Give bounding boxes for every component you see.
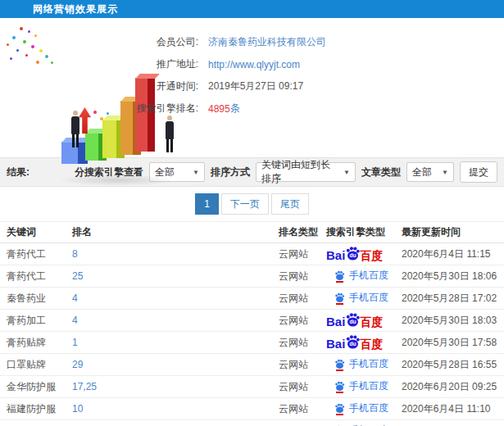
col-updated: 最新更新时间 — [402, 225, 497, 239]
cell-updated: 2020年6月4日 11:15 — [402, 247, 497, 261]
cell-rank[interactable]: 29 — [72, 359, 279, 370]
baidu-paw-icon — [334, 270, 345, 281]
baidu-underline — [336, 369, 343, 371]
info-row-company: 会员公司: 济南秦鲁药业科技有限公司 — [133, 31, 493, 53]
chevron-down-icon: ▼ — [193, 169, 199, 176]
cell-keyword: 福建防护服 — [7, 402, 72, 416]
table-header-row: 关键词 排名 排名类型 搜索引擎类型 最新更新时间 — [0, 222, 504, 243]
table-row: 金华防护服 17,25 云网站 手机百度 2020年6月20日 09:25 — [0, 376, 504, 398]
submit-button[interactable]: 提交 — [460, 161, 497, 183]
promo-url-link[interactable]: http://www.qlyyjt.com — [208, 59, 300, 70]
app-header: 网络营销效果展示 — [0, 0, 504, 18]
baidu-underline — [336, 281, 343, 283]
baidu-paw-icon — [334, 359, 345, 369]
cell-keyword: 膏药代工 — [7, 247, 72, 261]
baidu-paw-icon: du — [345, 246, 361, 261]
mobile-baidu-logo: 手机百度 — [334, 291, 388, 305]
cell-updated: 2020年5月28日 16:55 — [402, 358, 497, 372]
cell-rank[interactable]: 25 — [72, 270, 279, 282]
cell-rank-type: 云网站 — [279, 270, 326, 283]
cell-rank[interactable]: 8 — [72, 248, 279, 260]
pagination: 1 下一页 尾页 — [195, 193, 309, 215]
cell-rank[interactable]: 17,25 — [72, 381, 279, 392]
cell-engine: Baidu百度 — [326, 334, 402, 351]
svg-text:du: du — [350, 341, 356, 347]
col-engine-type: 搜索引擎类型 — [326, 225, 402, 239]
cell-keyword: 膏药贴牌 — [7, 336, 72, 350]
baidu-paw-icon: du — [345, 334, 361, 350]
col-keyword: 关键词 — [7, 225, 72, 239]
rank-count-value: 4895 — [208, 103, 230, 115]
col-rank-type: 排名类型 — [279, 225, 326, 239]
mobile-baidu-logo: 手机百度 — [334, 401, 388, 415]
open-time-value: 2019年5月27日 09:17 — [208, 79, 303, 93]
last-page-button[interactable]: 尾页 — [271, 193, 309, 215]
cell-rank-type: 云网站 — [279, 358, 326, 372]
next-page-button[interactable]: 下一页 — [221, 193, 269, 215]
cell-updated: 2020年5月30日 18:03 — [402, 314, 497, 328]
mobile-baidu-logo: 手机百度 — [334, 269, 388, 283]
col-rank: 排名 — [72, 225, 279, 239]
baidu-paw-icon — [334, 381, 345, 392]
sort-select[interactable]: 关键词由短到长排序 ▼ — [256, 162, 356, 182]
svg-text:du: du — [350, 319, 356, 324]
mobile-baidu-logo: 手机百度 — [334, 379, 388, 393]
cell-engine: 手机百度 — [326, 269, 402, 283]
info-row-url: 推广地址: http://www.qlyyjt.com — [133, 53, 493, 75]
sort-value: 关键词由短到长排序 — [261, 158, 338, 186]
cell-rank-type: 云网站 — [279, 402, 326, 416]
table-row: 福建防护服 10 云网站 手机百度 2020年6月4日 11:10 — [0, 398, 504, 420]
company-info-list: 会员公司: 济南秦鲁药业科技有限公司 推广地址: http://www.qlyy… — [133, 31, 493, 120]
result-label: 结果: — [7, 165, 30, 179]
baidu-paw-icon — [334, 292, 345, 303]
info-row-open-time: 开通时间: 2019年5月27日 09:17 — [133, 75, 493, 97]
baidu-logo: Baidu百度 — [326, 246, 383, 261]
table-row: 膏药代工 25 云网站 手机百度 2020年5月30日 18:06 — [0, 265, 504, 288]
table-row: 膏药加工 4 云网站 Baidu百度 2020年5月30日 18:03 — [0, 310, 504, 332]
promo-url-label: 推广地址: — [133, 57, 198, 71]
cell-engine: Baidu百度 — [326, 246, 402, 262]
cell-rank[interactable]: 4 — [72, 292, 279, 304]
cell-rank[interactable]: 4 — [72, 315, 279, 326]
table-row: 膏药代工 8 云网站 Baidu百度 2020年6月4日 11:15 — [0, 243, 504, 265]
article-type-select[interactable]: 全部 ▼ — [406, 162, 454, 182]
article-type-value: 全部 — [412, 165, 432, 179]
table-row: 膏药贴牌 1 云网站 Baidu百度 2020年5月30日 17:58 — [0, 332, 504, 354]
page-1-button[interactable]: 1 — [195, 193, 219, 215]
rank-count-label: 搜索引擎排名: — [133, 102, 198, 116]
cell-engine: Baidu百度 — [326, 312, 402, 329]
cell-rank-type: 云网站 — [279, 247, 326, 261]
baidu-underline — [336, 414, 343, 415]
cell-engine: 手机百度 — [326, 291, 402, 306]
table-body: 膏药代工 8 云网站 Baidu百度 2020年6月4日 11:15 膏药代工 … — [0, 243, 504, 426]
cell-rank[interactable]: 10 — [72, 403, 279, 415]
summary-section: 会员公司: 济南秦鲁药业科技有限公司 推广地址: http://www.qlyy… — [0, 18, 504, 157]
cell-rank-type: 云网站 — [279, 292, 326, 306]
table-row: 手机百度 — [0, 420, 504, 426]
page-title: 网络营销效果展示 — [33, 2, 118, 16]
chevron-down-icon: ▼ — [442, 169, 448, 176]
cell-engine: 手机百度 — [326, 357, 402, 372]
article-type-label: 文章类型 — [361, 165, 401, 179]
businessman-figure-left — [70, 111, 81, 147]
company-link[interactable]: 济南秦鲁药业科技有限公司 — [208, 35, 326, 49]
cell-updated: 2020年5月30日 18:06 — [402, 270, 497, 283]
cell-keyword: 秦鲁药业 — [7, 292, 72, 306]
rank-count-unit: 条 — [230, 102, 240, 116]
company-label: 会员公司: — [133, 35, 198, 49]
cell-rank-type: 云网站 — [279, 336, 326, 350]
bar-chart-illustration — [0, 18, 143, 157]
cell-keyword: 膏药加工 — [7, 314, 72, 328]
pagination-row: 1 下一页 尾页 — [0, 187, 504, 221]
cell-rank[interactable]: 1 — [72, 337, 279, 348]
table-row: 口罩贴牌 29 云网站 手机百度 2020年5月28日 16:55 — [0, 354, 504, 376]
svg-text:du: du — [350, 252, 356, 258]
cell-updated: 2020年5月30日 17:58 — [402, 336, 497, 350]
cell-engine: 手机百度 — [326, 379, 402, 394]
cell-keyword: 膏药代工 — [7, 270, 72, 283]
baidu-paw-icon — [334, 403, 345, 414]
info-row-rank-count: 搜索引擎排名: 4895 条 — [133, 97, 493, 120]
open-time-label: 开通时间: — [133, 79, 198, 93]
mobile-baidu-logo: 手机百度 — [334, 357, 388, 371]
cell-rank-type: 云网站 — [279, 314, 326, 328]
